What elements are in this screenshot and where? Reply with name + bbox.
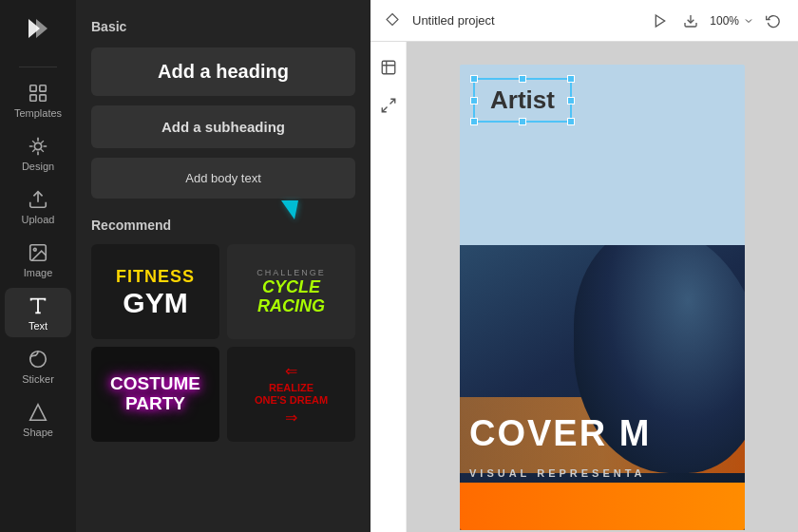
canvas-stage[interactable]: Artist bbox=[407, 42, 798, 532]
cycle-racing-text: CYCLERACING bbox=[257, 278, 325, 316]
template-card-costume-party[interactable]: COSTUMEPARTY bbox=[91, 347, 219, 442]
undo-button[interactable] bbox=[762, 10, 785, 32]
cover-section: COVER M VISUAL REPRESENTA bbox=[460, 245, 745, 530]
sidebar-item-label: Templates bbox=[14, 107, 62, 119]
cover-subtitle: VISUAL REPRESENTA bbox=[469, 467, 646, 479]
zoom-control: 100% bbox=[710, 14, 754, 28]
resize-tool[interactable] bbox=[374, 91, 403, 120]
realize-text: REALIZEONE'S DREAM bbox=[255, 382, 328, 407]
recommend-section: Recommend FITNESS GYM CHALLENGE CYCLERAC… bbox=[91, 218, 355, 442]
undo-icon bbox=[766, 13, 781, 28]
text-panel: Basic Add a heading Add a subheading Add… bbox=[76, 0, 370, 532]
handle-bottom-right[interactable] bbox=[567, 118, 575, 125]
project-name[interactable]: Untitled project bbox=[412, 13, 637, 28]
sidebar-item-sticker[interactable]: Sticker bbox=[5, 341, 71, 390]
handle-top-right[interactable] bbox=[567, 75, 575, 83]
sidebar-divider-top bbox=[19, 66, 57, 67]
costume-party-text: COSTUMEPARTY bbox=[110, 374, 200, 414]
upload-icon bbox=[28, 189, 48, 210]
cover-title: COVER M bbox=[469, 413, 651, 454]
template-card-realize-dream[interactable]: ⇐ REALIZEONE'S DREAM ⇒ bbox=[227, 347, 355, 442]
template-card-cycle-racing[interactable]: CHALLENGE CYCLERACING bbox=[227, 244, 355, 339]
sidebar-item-design[interactable]: Design bbox=[5, 128, 71, 178]
sidebar-item-shape[interactable]: Shape bbox=[5, 394, 71, 444]
canvas-area: Untitled project 100% bbox=[370, 0, 798, 532]
challenge-text: CHALLENGE bbox=[256, 268, 326, 277]
image-icon bbox=[28, 242, 48, 263]
canvas-content: Artist bbox=[460, 65, 745, 530]
handle-mid-left[interactable] bbox=[470, 97, 478, 104]
artist-text: Artist bbox=[490, 86, 555, 114]
sidebar-item-label: Design bbox=[22, 161, 54, 172]
sidebar-item-text[interactable]: Text bbox=[5, 288, 71, 337]
basic-section-title: Basic bbox=[91, 19, 355, 34]
play-button[interactable] bbox=[649, 10, 672, 32]
add-heading-button[interactable]: Add a heading bbox=[91, 48, 355, 96]
zoom-value: 100% bbox=[710, 14, 739, 28]
arrow-right-icon: ⇒ bbox=[285, 408, 297, 427]
add-subheading-button[interactable]: Add a subheading bbox=[91, 105, 355, 148]
sidebar-item-label: Image bbox=[24, 267, 53, 278]
text-icon bbox=[28, 295, 48, 316]
topbar-actions: 100% bbox=[649, 10, 785, 32]
recommend-title: Recommend bbox=[91, 218, 355, 233]
sidebar: Templates Design Upload Image bbox=[0, 0, 76, 532]
svg-point-7 bbox=[33, 248, 36, 251]
svg-rect-2 bbox=[30, 95, 36, 101]
template-grid: FITNESS GYM CHALLENGE CYCLERACING COSTUM… bbox=[91, 244, 355, 442]
side-toolbar bbox=[370, 42, 407, 532]
svg-rect-1 bbox=[40, 86, 46, 91]
app-logo bbox=[21, 11, 55, 49]
cursor-pointer bbox=[281, 200, 298, 219]
sidebar-item-label: Text bbox=[28, 320, 48, 332]
canvas-workspace: Artist bbox=[370, 42, 798, 532]
arrow-left-icon: ⇐ bbox=[285, 362, 297, 380]
sidebar-item-label: Upload bbox=[22, 214, 55, 225]
shape-icon bbox=[28, 402, 48, 423]
resize-icon bbox=[380, 97, 397, 114]
sidebar-item-upload[interactable]: Upload bbox=[5, 181, 71, 231]
svg-point-4 bbox=[34, 142, 41, 149]
sidebar-item-templates[interactable]: Templates bbox=[5, 75, 71, 124]
chevron-down-icon bbox=[743, 15, 754, 27]
sidebar-item-label: Shape bbox=[23, 427, 53, 438]
gym-text: GYM bbox=[123, 289, 187, 317]
design-icon bbox=[28, 136, 48, 157]
canvas-topbar: Untitled project 100% bbox=[370, 0, 798, 42]
add-body-button[interactable]: Add body text bbox=[91, 158, 355, 199]
svg-rect-3 bbox=[40, 95, 46, 101]
sidebar-item-label: Sticker bbox=[22, 373, 54, 385]
handle-bottom-mid[interactable] bbox=[519, 118, 526, 125]
artist-text-box[interactable]: Artist bbox=[473, 78, 572, 123]
fitness-text: FITNESS bbox=[116, 267, 195, 287]
templates-icon bbox=[28, 83, 48, 104]
canvas-logo-icon bbox=[384, 12, 401, 29]
download-button[interactable] bbox=[679, 10, 702, 32]
handle-top-left[interactable] bbox=[470, 75, 478, 83]
sticker-icon bbox=[28, 349, 48, 370]
handle-bottom-left[interactable] bbox=[470, 118, 478, 125]
background-icon bbox=[380, 59, 397, 76]
handle-mid-right[interactable] bbox=[567, 97, 575, 104]
handle-top-mid[interactable] bbox=[519, 75, 526, 83]
download-icon bbox=[683, 13, 698, 28]
background-tool[interactable] bbox=[374, 53, 403, 82]
play-icon bbox=[653, 13, 668, 28]
orange-bar bbox=[460, 483, 745, 530]
sidebar-item-image[interactable]: Image bbox=[5, 235, 71, 284]
template-card-fitness-gym[interactable]: FITNESS GYM bbox=[91, 244, 219, 339]
svg-rect-13 bbox=[382, 61, 395, 74]
svg-marker-11 bbox=[656, 15, 665, 27]
svg-rect-0 bbox=[30, 86, 36, 91]
